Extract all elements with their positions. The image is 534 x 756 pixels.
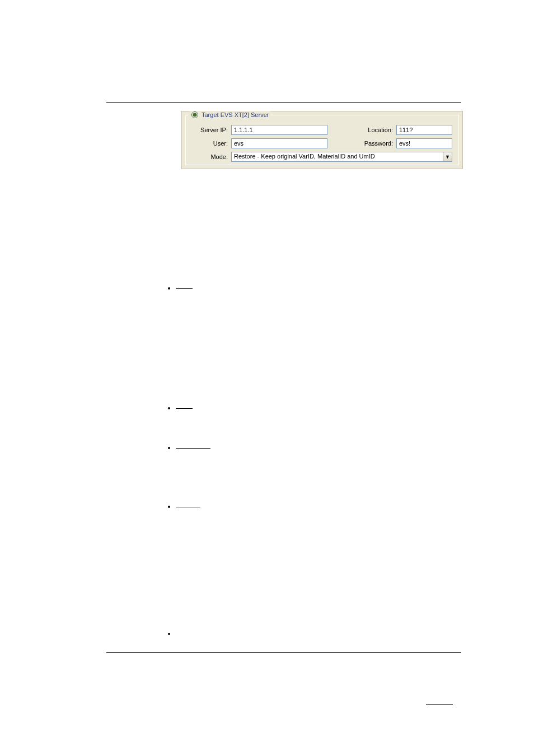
label-password: Password: [357, 140, 396, 147]
location-input[interactable] [396, 125, 452, 135]
label-server-ip: Server IP: [192, 127, 231, 133]
page-bottom-rule [106, 652, 461, 653]
target-evs-server-groupbox: Target EVS XT[2] Server Server IP: Locat… [181, 111, 463, 169]
label-mode: Mode: [192, 153, 231, 160]
label-location: Location: [357, 127, 396, 133]
mode-select[interactable]: Restore - Keep original VarID, MaterialI… [231, 152, 452, 162]
user-input[interactable] [231, 138, 327, 148]
chevron-down-icon: ▼ [445, 155, 450, 160]
target-evs-server-radio[interactable] [191, 111, 198, 118]
mode-select-dropdown-button[interactable]: ▼ [443, 152, 452, 162]
list-item [168, 287, 193, 290]
list-item [168, 633, 170, 635]
password-input[interactable] [396, 138, 452, 148]
groupbox-legend: Target EVS XT[2] Server [190, 111, 270, 119]
groupbox-legend-label: Target EVS XT[2] Server [202, 111, 269, 119]
footer-underline [426, 704, 453, 705]
list-item [168, 506, 200, 508]
list-item [168, 447, 210, 449]
page-top-rule [106, 102, 461, 103]
server-ip-input[interactable] [231, 125, 327, 135]
label-user: User: [192, 140, 231, 147]
list-item [168, 407, 193, 409]
